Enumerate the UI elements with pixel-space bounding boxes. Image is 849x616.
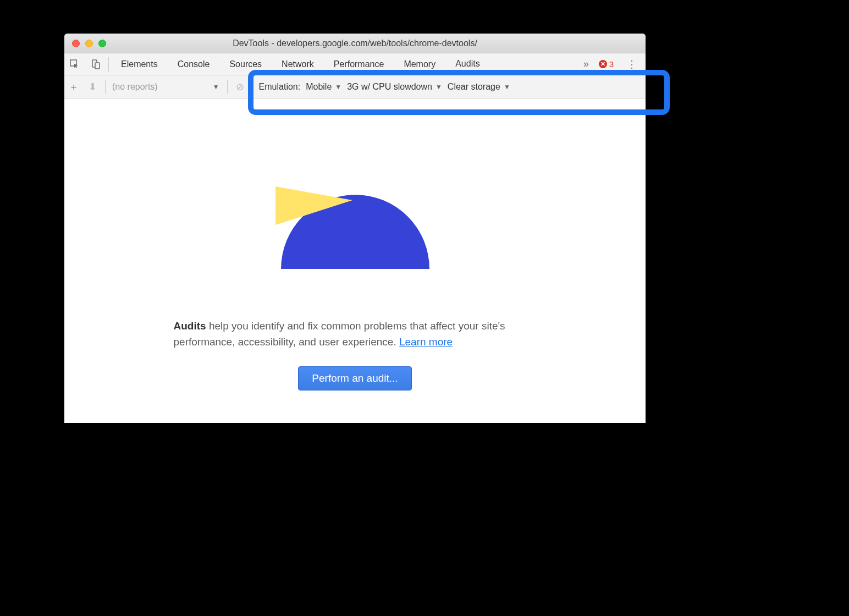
emulation-label: Emulation: [259,82,301,92]
download-report-button[interactable]: ⬇ [83,81,102,93]
more-tabs-icon[interactable]: » [578,58,594,70]
emulation-device-value: Mobile [306,82,332,92]
reports-dropdown[interactable]: (no reports) ▼ [109,82,219,92]
chevron-down-icon: ▼ [335,83,341,91]
storage-value: Clear storage [448,82,500,92]
tab-audits[interactable]: Audits [445,53,489,75]
traffic-lights [72,40,106,47]
window-title: DevTools - developers.google.com/web/too… [64,38,646,48]
tab-network[interactable]: Network [272,53,324,75]
tabs: Elements Console Sources Network Perform… [111,53,578,75]
storage-dropdown[interactable]: Clear storage ▼ [448,82,510,92]
throttling-value: 3G w/ CPU slowdown [347,82,432,92]
error-icon: ✕ [599,60,607,68]
error-count-badge[interactable]: ✕ 3 [594,59,618,69]
perform-audit-button[interactable]: Perform an audit... [298,366,411,391]
emulation-controls: Emulation: Mobile ▼ 3G w/ CPU slowdown ▼… [259,82,518,92]
tab-elements[interactable]: Elements [111,53,168,75]
emulation-device-dropdown[interactable]: Mobile ▼ [306,82,341,92]
titlebar: DevTools - developers.google.com/web/too… [64,34,646,53]
separator [253,80,253,94]
new-audit-button[interactable]: ＋ [64,80,83,94]
desc-bold: Audits [174,320,206,332]
desc-text: help you identify and fix common problem… [174,320,505,348]
chevron-down-icon: ▼ [213,83,219,91]
settings-menu-icon[interactable]: ⋮ [618,58,646,70]
separator [227,80,228,94]
reports-placeholder: (no reports) [112,82,158,92]
tab-performance[interactable]: Performance [324,53,394,75]
device-toggle-icon[interactable] [85,59,106,69]
audits-description: Audits help you identify and fix common … [174,318,537,350]
svg-rect-2 [95,63,100,69]
separator [105,80,106,94]
devtools-window: DevTools - developers.google.com/web/too… [64,34,646,423]
tab-console[interactable]: Console [168,53,220,75]
audits-toolbar: ＋ ⬇ (no reports) ▼ ⊘ Emulation: Mobile ▼… [64,75,646,98]
lighthouse-illustration [270,170,440,285]
separator [108,57,109,72]
chevron-down-icon: ▼ [504,83,510,91]
tab-sources[interactable]: Sources [219,53,272,75]
tab-memory[interactable]: Memory [394,53,445,75]
devtools-tabbar: Elements Console Sources Network Perform… [64,53,646,75]
maximize-window-button[interactable] [98,40,106,47]
clear-button[interactable]: ⊘ [231,81,250,93]
error-count: 3 [609,59,614,69]
throttling-dropdown[interactable]: 3G w/ CPU slowdown ▼ [347,82,442,92]
chevron-down-icon: ▼ [435,83,442,91]
audits-content: Audits help you identify and fix common … [64,98,646,423]
close-window-button[interactable] [72,40,80,47]
inspect-element-icon[interactable] [64,59,85,69]
minimize-window-button[interactable] [85,40,93,47]
learn-more-link[interactable]: Learn more [399,336,453,348]
